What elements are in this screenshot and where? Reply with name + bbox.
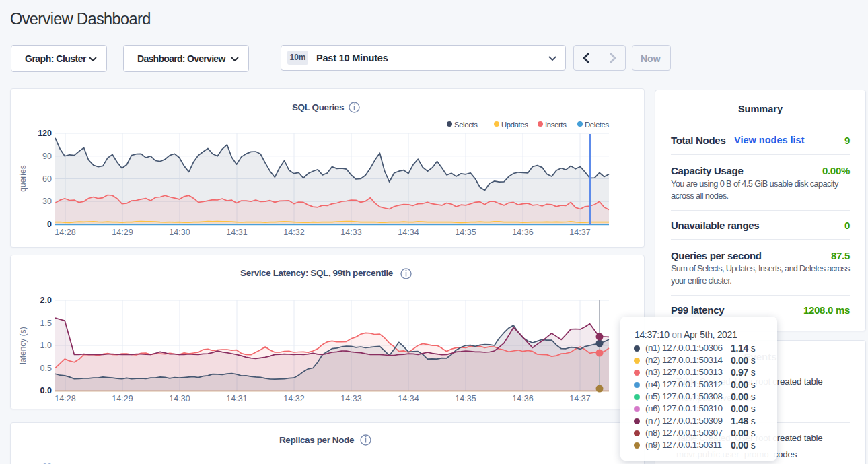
svg-text:14:36: 14:36 [512,228,533,237]
svg-text:0.5: 0.5 [40,364,52,373]
svg-text:14:37: 14:37 [569,394,590,403]
svg-text:14:31: 14:31 [226,394,247,403]
svg-text:14:35: 14:35 [455,228,476,237]
svg-text:14:37: 14:37 [569,228,590,237]
svg-text:14:29: 14:29 [112,228,133,237]
svg-text:120: 120 [38,129,52,138]
svg-text:2.0: 2.0 [40,296,52,305]
svg-text:14:33: 14:33 [340,394,361,403]
svg-text:14:33: 14:33 [340,228,361,237]
svg-text:14:28: 14:28 [55,228,75,237]
svg-text:14:34: 14:34 [398,228,419,237]
svg-text:14:30: 14:30 [169,228,190,237]
svg-text:1.0: 1.0 [40,341,52,350]
svg-text:14:31: 14:31 [226,228,247,237]
svg-text:14:29: 14:29 [112,394,133,403]
svg-text:90: 90 [42,152,52,161]
svg-text:14:36: 14:36 [512,394,533,403]
svg-text:latency (s): latency (s) [18,327,28,364]
svg-text:14:32: 14:32 [283,228,304,237]
svg-text:14:34: 14:34 [398,394,419,403]
svg-text:14:35: 14:35 [455,394,476,403]
svg-text:queries: queries [18,165,28,191]
svg-text:0.0: 0.0 [40,386,52,395]
svg-text:60: 60 [42,174,52,184]
svg-text:0: 0 [47,220,52,229]
svg-text:14:30: 14:30 [169,394,190,403]
svg-text:30: 30 [42,197,52,206]
svg-text:14:28: 14:28 [55,394,75,403]
svg-text:1.5: 1.5 [40,319,52,328]
svg-text:14:32: 14:32 [283,394,304,403]
